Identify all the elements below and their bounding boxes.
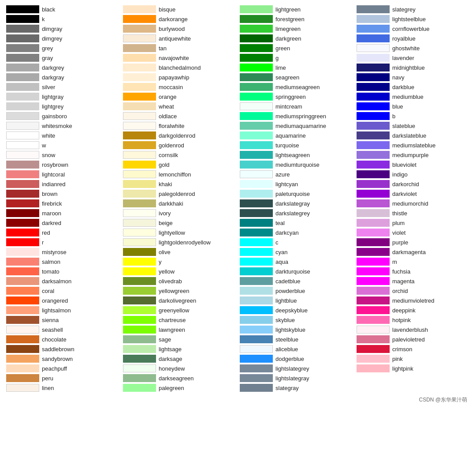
color-row: w [4,140,121,150]
color-label: powderblue [275,288,305,294]
color-row: turquoise [238,140,355,150]
color-label: steelblue [275,336,298,343]
color-row: slategrey [355,4,472,14]
color-swatch [123,34,156,42]
color-swatch [357,15,390,23]
color-row: aquamarine [238,131,355,140]
color-row: paleturquoise [238,189,355,199]
color-label: lightsteelblue [392,16,426,23]
color-row: darkolivegreen [121,296,238,305]
color-swatch [240,364,273,372]
color-row: bisque [121,4,238,14]
color-label: w [42,142,46,149]
color-swatch [357,364,390,372]
color-row: darkviolet [355,189,472,199]
color-label: darkblue [392,84,414,90]
color-row: orchid [355,286,472,296]
color-row: teal [238,218,355,228]
color-row: midnightblue [355,63,472,72]
color-swatch [6,54,39,62]
color-label: beige [159,220,173,226]
color-row: mediumblue [355,92,472,101]
color-swatch [123,238,156,246]
color-label: lemonchiffon [159,171,191,178]
color-swatch [6,15,39,23]
color-label: bisque [159,6,175,13]
color-row: oldlace [121,111,238,121]
color-swatch [6,335,39,343]
color-label: lightyellow [159,229,185,236]
color-row: whitesmoke [4,121,121,131]
color-swatch [240,112,273,120]
color-row: crimson [355,344,472,354]
color-row: lawngreen [121,325,238,334]
color-label: y [159,259,162,265]
color-label: purple [392,239,408,246]
color-swatch [123,384,156,392]
color-row: darkorchid [355,179,472,189]
color-row: forestgreen [238,14,355,24]
color-label: peru [42,375,53,382]
color-grid: blackkdimgraydimgreygreygraydarkgreydark… [4,4,472,393]
color-label: darkslategray [275,200,310,207]
color-label: mediumslateblue [392,142,435,149]
color-swatch [6,44,39,52]
color-swatch [357,219,390,227]
color-row: wheat [121,101,238,111]
color-swatch [357,335,390,343]
color-label: dodgerblue [275,356,304,362]
color-label: chocolate [42,336,67,343]
color-swatch [240,374,273,382]
color-label: dimgrey [42,35,62,42]
color-label: aliceblue [275,346,298,353]
color-row: pink [355,354,472,364]
color-row: lemonchiffon [121,169,238,179]
color-swatch [240,15,273,23]
color-label: saddlebrown [42,346,74,353]
color-swatch [240,296,273,304]
color-row: black [4,4,121,14]
color-label: peachpuff [42,365,67,372]
color-label: rosybrown [42,161,68,168]
color-swatch [357,93,390,101]
color-swatch [240,102,273,110]
color-swatch [240,287,273,295]
color-swatch [6,112,39,120]
color-row: lightblue [238,296,355,305]
color-swatch [123,180,156,188]
color-label: violet [392,229,405,236]
color-row: chocolate [4,334,121,344]
color-label: coral [42,288,54,294]
color-label: cadetblue [275,278,300,285]
color-label: blanchedalmond [159,64,201,71]
color-row: lavenderblush [355,325,472,334]
color-swatch [357,161,390,169]
color-row: blanchedalmond [121,63,238,72]
color-swatch [123,277,156,285]
color-label: darksage [159,356,182,362]
color-swatch [123,355,156,363]
color-row: lightgray [4,92,121,101]
color-row: g [238,53,355,63]
color-row: olivedrab [121,276,238,286]
color-swatch [123,15,156,23]
color-row: lightseagreen [238,150,355,160]
color-label: linen [42,385,54,391]
color-swatch [6,25,39,33]
color-label: darkviolet [392,191,417,197]
color-label: mediumorchid [392,200,428,207]
color-label: darkorchid [392,181,419,188]
color-label: moccasin [159,84,183,90]
color-label: papayawhip [159,74,189,81]
color-swatch [357,209,390,217]
color-label: mediumaquamarine [275,123,326,129]
color-row: grey [4,43,121,53]
color-label: palegoldenrod [159,191,195,197]
color-swatch [6,306,39,314]
color-swatch [123,229,156,236]
color-row: beige [121,218,238,228]
color-label: cornsilk [159,152,178,158]
color-label: black [42,6,55,13]
color-swatch [357,112,390,120]
color-swatch [357,238,390,246]
